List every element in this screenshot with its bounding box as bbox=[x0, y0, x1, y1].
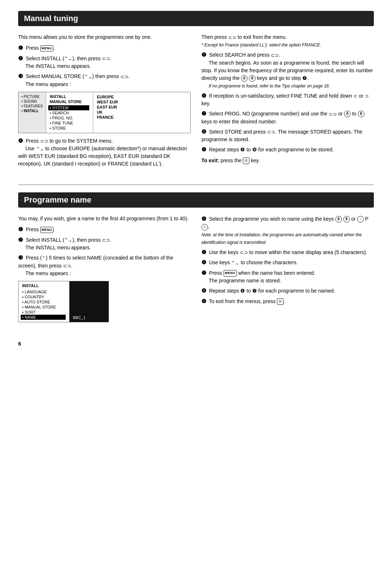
sidebar-sound: • SOUND bbox=[21, 99, 43, 104]
programme-name-section: Programme name You may, if you wish, giv… bbox=[18, 192, 374, 326]
pn-step-4-note: Note: at the time of installation, the p… bbox=[201, 232, 362, 245]
pn-menu-sort: • SORT bbox=[22, 310, 66, 315]
pn-step-3-sub: The menu appears : bbox=[25, 270, 71, 276]
arrow-icon-pn2: ⊂⊃ bbox=[102, 237, 110, 244]
pn-step-5-num: ❺ bbox=[201, 249, 206, 255]
updown-icon-4: ⌃⌄ bbox=[36, 146, 44, 153]
step-5: ❺ Select SEARCH and press ⊂⊃. The search… bbox=[201, 51, 374, 90]
key-pn-0: 0 bbox=[335, 216, 342, 222]
pn-step-1-num: ❶ bbox=[18, 226, 23, 232]
step-5-note: If no programme is found, refer to the T… bbox=[209, 83, 330, 89]
step-8: ❽ Select STORE and press ⊂⊃. The message… bbox=[201, 128, 374, 144]
menu-icon-1: MENU bbox=[40, 45, 54, 52]
opt-uk: UK bbox=[97, 110, 118, 115]
menu-install-header: INSTALL bbox=[50, 94, 89, 99]
pn-step-8: ❽ Repeat steps ❹ to ❼ for each programme… bbox=[201, 287, 374, 295]
opt-france: FRANCE bbox=[97, 115, 118, 120]
pn-menu-language: • LANGUAGE bbox=[22, 289, 66, 294]
programme-name-intro: You may, if you wish, give a name to the… bbox=[18, 215, 191, 222]
arrow-icon-4a: ⊂⊃ bbox=[40, 138, 48, 145]
pn-step-7-sub: The programme name is stored. bbox=[209, 278, 281, 283]
updown-icon-pn3: ⌃ bbox=[42, 255, 46, 262]
menu-progno: • PROG. NO. bbox=[50, 115, 89, 121]
manual-tuning-left-col: This menu allows you to store the progra… bbox=[18, 33, 191, 170]
manual-tuning-right-col: Then press ⊂⊃ to exit from the menu. * E… bbox=[201, 33, 374, 170]
pn-menu-header: INSTALL bbox=[22, 283, 66, 288]
pn-step-7: ❼ Press MENU when the name has been ente… bbox=[201, 269, 374, 285]
pn-step-2-sub: The INSTALL menu appears. bbox=[25, 245, 91, 250]
manual-tuning-menu-diagram: • PICTURE • SOUND • FEATURES • INSTALL I… bbox=[18, 92, 191, 133]
arrow-icon-6a: ⊂ bbox=[354, 93, 358, 100]
pn-step-2: ❷ Select INSTALL (⌃⌄), then press ⊂⊃. Th… bbox=[18, 236, 191, 252]
pn-step-4: ❹ Select the programme you wish to name … bbox=[201, 215, 374, 246]
arrow-icon-7a: ⊂ bbox=[329, 111, 333, 118]
pn-step-5: ❺ Use the keys ⊂⊃ to move within the nam… bbox=[201, 248, 374, 257]
pn-step-8-num: ❽ bbox=[201, 287, 206, 294]
pn-step-3: ❸ Press (⌃) 5 times to select NAME (conc… bbox=[18, 254, 191, 277]
france-note: * Except for France (standard LL'): sele… bbox=[201, 42, 321, 48]
step-2-num: ❷ bbox=[18, 55, 23, 61]
menu-store: • STORE bbox=[50, 126, 89, 131]
menu-sidebar: • PICTURE • SOUND • FEATURES • INSTALL bbox=[19, 92, 46, 133]
pn-menu-value: BBC_1 bbox=[69, 281, 109, 322]
key-minus: − bbox=[357, 216, 364, 222]
arrow-icon-pn5a: ⊂ bbox=[240, 249, 244, 256]
page-number: 6 bbox=[18, 340, 374, 347]
step-3-sub: The menu appears : bbox=[25, 81, 71, 87]
section-divider bbox=[18, 184, 374, 185]
key-0: 0 bbox=[241, 75, 248, 82]
arrow-icon-8: ⊂⊃ bbox=[267, 128, 275, 136]
key-0b: 0 bbox=[344, 111, 351, 117]
updown-icon-pn2: ⌃⌄ bbox=[64, 237, 72, 244]
step-2: ❷ Select INSTALL (⌃⌄), then press ⊂⊃. Th… bbox=[18, 54, 191, 70]
menu-icon-pn1: MENU bbox=[40, 227, 54, 233]
pn-menu-bbc: BBC_1 bbox=[73, 315, 86, 320]
key-plus: + bbox=[201, 224, 208, 230]
menu-system: • SYSTEM bbox=[48, 105, 89, 110]
menu-search: • SEARCH bbox=[50, 110, 89, 115]
step-6: ❻ If reception is un-satisfactory, selec… bbox=[201, 92, 374, 108]
pn-menu-left: INSTALL • LANGUAGE • COUNTRY • AUTO STOR… bbox=[19, 281, 69, 322]
pn-step-9: ❾ To exit from the menus, press ⊟. bbox=[201, 297, 374, 306]
arrow-icon-r1: ⊂⊃ bbox=[228, 34, 236, 41]
updown-icon-2: ⌃⌄ bbox=[64, 55, 72, 62]
tv-icon-pn9: ⊟ bbox=[277, 298, 283, 305]
pn-step-9-num: ❾ bbox=[201, 298, 206, 304]
pn-menu-manualstore: • MANUAL STORE bbox=[22, 305, 66, 310]
step-4-num: ❹ bbox=[18, 138, 23, 144]
menu-main: INSTALL MANUAL STORE • SYSTEM • SEARCH •… bbox=[46, 92, 93, 133]
pn-step-3-num: ❸ bbox=[18, 254, 23, 261]
step-3: ❸ Select MANUAL STORE (⌃⌄) then press ⊂⊃… bbox=[18, 72, 191, 88]
pn-step-6-num: ❻ bbox=[201, 259, 206, 265]
key-pn-9: 9 bbox=[343, 216, 350, 222]
opt-europe: EUROPE bbox=[97, 94, 118, 99]
step-7: ❼ Select PROG. NO (programme number) and… bbox=[201, 110, 374, 126]
tv-icon: ⊟ bbox=[243, 158, 249, 164]
step-5-sub: The search begins. As soon as a programm… bbox=[201, 60, 373, 81]
pn-menu-name: • NAME bbox=[21, 315, 66, 320]
sidebar-features: • FEATURES bbox=[21, 104, 43, 109]
arrow-icon-2: ⊂⊃ bbox=[102, 55, 110, 62]
programme-name-right-col: ❹ Select the programme you wish to name … bbox=[201, 215, 374, 326]
menu-icon-pn7: MENU bbox=[224, 270, 237, 277]
step-2-sub: The INSTALL menu appears. bbox=[25, 63, 91, 69]
opt-westeur: WEST EUR bbox=[97, 99, 118, 105]
arrow-icon-5: ⊂⊃ bbox=[271, 52, 279, 59]
programme-name-title: Programme name bbox=[18, 192, 374, 208]
pn-menu-country: • COUNTRY bbox=[22, 294, 66, 299]
step-8-num: ❽ bbox=[201, 128, 206, 135]
updown-icon-3: ⌃⌄ bbox=[84, 73, 92, 81]
pn-menu-autostore: • AUTO STORE bbox=[22, 299, 66, 305]
opt-easteur: EAST EUR bbox=[97, 105, 118, 110]
menu-finetune: • FINE TUNE bbox=[50, 121, 89, 126]
step-1: ❶ Press MENU. bbox=[18, 44, 191, 52]
programme-name-menu-diagram: INSTALL • LANGUAGE • COUNTRY • AUTO STOR… bbox=[18, 281, 109, 322]
arrow-icon-3: ⊂⊃ bbox=[121, 73, 128, 81]
arrow-icon-pn5b: ⊃ bbox=[244, 249, 248, 256]
menu-manualstore-header: MANUAL STORE bbox=[50, 99, 89, 104]
step-9-num: ❾ bbox=[201, 146, 206, 152]
step-9: ❾ Repeat steps ❺ to ❽ for each programme… bbox=[201, 146, 374, 154]
pn-step-7-num: ❼ bbox=[201, 270, 206, 276]
step-5-num: ❺ bbox=[201, 52, 206, 58]
key-9: 9 bbox=[249, 75, 256, 82]
